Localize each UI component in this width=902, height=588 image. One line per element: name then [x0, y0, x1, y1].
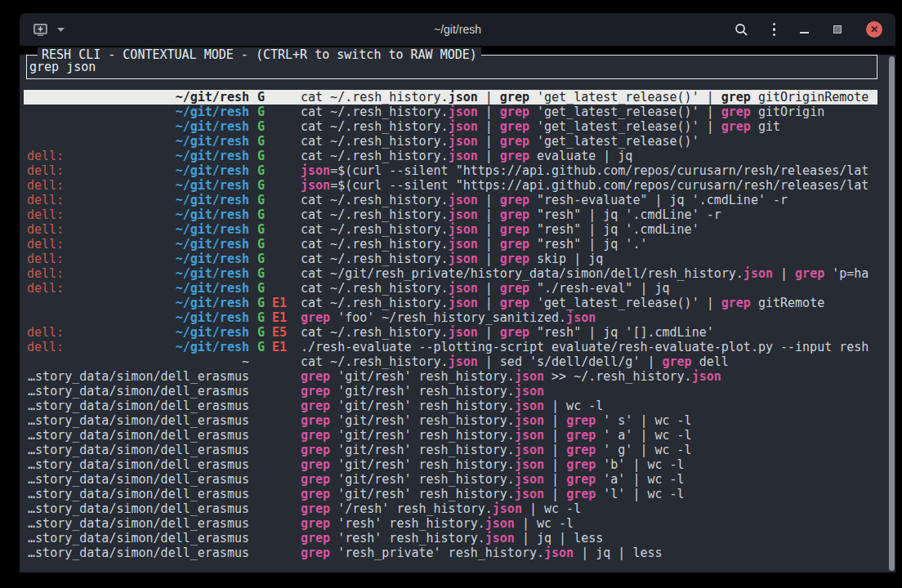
history-row[interactable]: …story_data/simon/dell_erasmusgrep 'resh… — [24, 546, 877, 560]
row-flags: G — [249, 134, 301, 149]
row-directory: ~/git/resh — [176, 178, 249, 193]
scrollbar[interactable] — [889, 56, 895, 571]
row-directory: …story_data/simon/dell_erasmus — [28, 457, 249, 472]
row-flags: G — [249, 163, 301, 178]
history-row[interactable]: dell:~/git/reshGcat ~/git/resh_private/h… — [24, 266, 877, 281]
row-flags — [249, 384, 301, 399]
history-row[interactable]: ~/git/reshGcat ~/.resh_history.json | gr… — [24, 134, 877, 149]
titlebar-right: ✕ — [760, 21, 882, 38]
match-highlight: json — [566, 310, 596, 325]
row-directory: ~/git/resh — [176, 325, 249, 340]
history-row[interactable]: dell:~/git/reshGjson=$(curl --silent "ht… — [24, 163, 877, 178]
history-row[interactable]: …story_data/simon/dell_erasmusgrep 'resh… — [24, 531, 877, 546]
history-row[interactable]: …story_data/simon/dell_erasmusgrep 'git/… — [24, 443, 877, 457]
history-row[interactable]: …story_data/simon/dell_erasmusgrep 'git/… — [24, 399, 877, 413]
command-text: 'git/resh' resh_history. — [330, 472, 515, 487]
command-text: | — [478, 237, 500, 252]
match-highlight: json — [515, 443, 544, 457]
history-row[interactable]: dell:~/git/reshG E5cat ~/.resh_history.j… — [24, 325, 877, 340]
command-text: | — [478, 207, 500, 222]
restore-button[interactable] — [833, 25, 842, 33]
history-row[interactable]: ~/git/reshG E1cat ~/.resh_history.json |… — [24, 296, 877, 310]
history-row[interactable]: dell:~/git/reshG E1./resh-evaluate --plo… — [24, 340, 877, 354]
minimize-button[interactable] — [800, 25, 809, 33]
history-row[interactable]: dell:~/git/reshGcat ~/.resh_history.json… — [24, 222, 877, 237]
history-row[interactable]: dell:~/git/reshGcat ~/.resh_history.json… — [24, 149, 877, 163]
command-text: "./resh-eval" | jq — [529, 281, 670, 296]
command-text: 'git/resh' resh_history. — [330, 384, 515, 399]
row-location: dell:~/git/resh — [24, 266, 249, 281]
match-highlight: json — [515, 472, 544, 487]
row-location: ~/git/resh — [24, 134, 249, 149]
menu-button[interactable] — [773, 23, 776, 37]
row-flags: G E5 — [249, 325, 301, 340]
history-row[interactable]: ~/git/reshG E1grep 'foo' ~/resh_history_… — [24, 310, 877, 325]
match-highlight: json — [485, 516, 515, 531]
history-row[interactable]: dell:~/git/reshGcat ~/.resh_history.json… — [24, 237, 877, 252]
command-text: cat ~/.resh_history. — [301, 281, 449, 296]
command-text: ' s' | wc -l — [596, 413, 691, 428]
history-row[interactable]: dell:~/git/reshGcat ~/.resh_history.json… — [24, 252, 877, 266]
command-text: 'git/resh' resh_history. — [330, 457, 515, 472]
row-host: dell: — [27, 207, 64, 222]
row-location: ~/git/resh — [24, 310, 249, 325]
row-command: json=$(curl --silent "https://api.github… — [301, 163, 877, 178]
history-row[interactable]: …story_data/simon/dell_erasmusgrep 'git/… — [24, 384, 877, 399]
row-flags: G — [249, 90, 301, 105]
match-highlight: json — [449, 281, 478, 296]
command-text: | — [544, 443, 566, 457]
history-row[interactable]: ~/git/reshGcat ~/.resh_history.json | gr… — [24, 119, 877, 134]
row-flags: G E1 — [249, 310, 301, 325]
row-directory: ~/git/resh — [176, 119, 249, 134]
history-row[interactable]: ~/git/reshGcat ~/.resh_history.json | gr… — [24, 105, 877, 119]
command-text: | — [478, 119, 500, 134]
history-row[interactable]: …story_data/simon/dell_erasmusgrep 'git/… — [24, 487, 877, 501]
history-row[interactable]: dell:~/git/reshGcat ~/.resh_history.json… — [24, 207, 877, 222]
history-row[interactable]: …story_data/simon/dell_erasmusgrep 'git/… — [24, 369, 877, 384]
row-command: grep 'git/resh' resh_history.json | grep… — [301, 443, 877, 457]
close-button[interactable]: ✕ — [866, 21, 882, 38]
history-row[interactable]: …story_data/simon/dell_erasmusgrep 'git/… — [24, 472, 877, 487]
history-row[interactable]: …story_data/simon/dell_erasmusgrep 'resh… — [24, 516, 877, 531]
row-location: ~/git/resh — [24, 105, 249, 119]
command-text: 'resh' resh_history. — [330, 531, 485, 546]
command-text: | — [478, 193, 500, 207]
match-highlight: grep — [500, 119, 529, 134]
row-flags: G — [249, 252, 301, 266]
row-location: …story_data/simon/dell_erasmus — [24, 369, 249, 384]
history-row[interactable]: ~cat ~/.resh_history.json | sed 's/dell/… — [24, 354, 877, 369]
search-button[interactable] — [735, 23, 748, 37]
history-row[interactable]: …story_data/simon/dell_erasmusgrep 'git/… — [24, 428, 877, 443]
history-row[interactable]: ~/git/reshGcat ~/.resh_history.json | gr… — [24, 90, 877, 105]
match-highlight: grep — [721, 90, 751, 105]
match-highlight: grep — [301, 310, 330, 325]
resh-mode-title: RESH CLI - CONTEXTUAL MODE - (CTRL+R to … — [38, 47, 481, 62]
history-row[interactable]: …story_data/simon/dell_erasmusgrep 'git/… — [24, 457, 877, 472]
row-flag: G — [257, 222, 265, 237]
row-command: cat ~/.resh_history.json | grep "resh-ev… — [301, 193, 877, 207]
row-command: cat ~/.resh_history.json | grep 'get_lat… — [301, 119, 877, 134]
terminal-content: RESH CLI - CONTEXTUAL MODE - (CTRL+R to … — [20, 55, 895, 572]
match-highlight: json — [515, 413, 544, 428]
match-highlight: grep — [500, 252, 529, 266]
command-text: 'get_latest_release()' | — [529, 296, 721, 310]
match-highlight: json — [485, 531, 515, 546]
history-row[interactable]: dell:~/git/reshGcat ~/.resh_history.json… — [24, 193, 877, 207]
history-row[interactable]: dell:~/git/reshGjson=$(curl --silent "ht… — [24, 178, 877, 193]
row-directory: …story_data/simon/dell_erasmus — [28, 487, 249, 501]
row-directory: …story_data/simon/dell_erasmus — [28, 501, 249, 516]
row-flag: G — [257, 90, 265, 105]
match-highlight: grep — [500, 296, 529, 310]
row-command: cat ~/git/resh_private/history_data/simo… — [301, 266, 877, 281]
row-command: cat ~/.resh_history.json | grep "resh" |… — [301, 222, 877, 237]
history-row[interactable]: …story_data/simon/dell_erasmusgrep 'git/… — [24, 413, 877, 428]
history-row[interactable]: …story_data/simon/dell_erasmusgrep '/res… — [24, 501, 877, 516]
match-highlight: grep — [500, 222, 529, 237]
command-text: cat ~/.resh_history. — [301, 222, 449, 237]
row-directory: ~ — [242, 354, 249, 369]
row-command: cat ~/.resh_history.json | grep skip | j… — [301, 252, 877, 266]
command-text: | — [544, 457, 566, 472]
row-command: grep 'foo' ~/resh_history_sanitized.json — [301, 310, 877, 325]
new-terminal-button[interactable] — [33, 23, 65, 37]
history-row[interactable]: dell:~/git/reshGcat ~/.resh_history.json… — [24, 281, 877, 296]
